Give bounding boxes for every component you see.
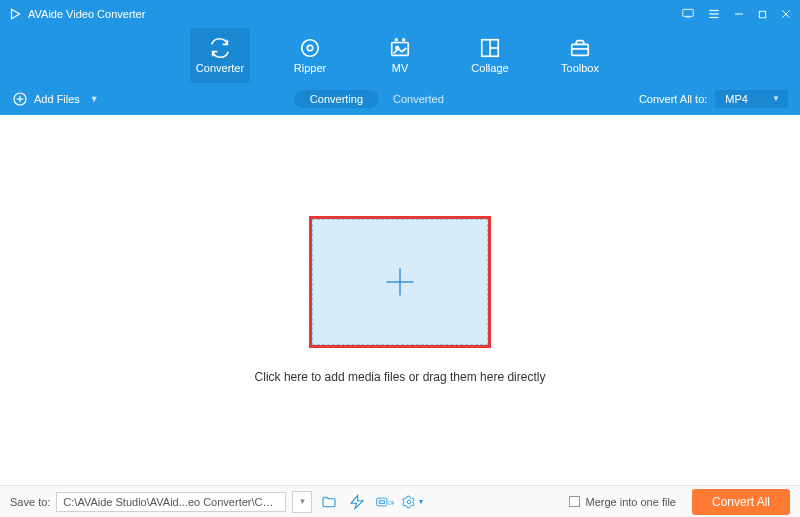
format-select[interactable]: MP4 [715, 90, 788, 108]
maximize-icon[interactable] [757, 7, 768, 21]
sub-toolbar: Add Files ▼ Converting Converted Convert… [0, 83, 800, 115]
mv-icon [389, 38, 411, 58]
convert-all-to-label: Convert All to: [639, 93, 707, 105]
settings-icon[interactable]: ▼ [402, 491, 424, 513]
tab-converting[interactable]: Converting [294, 90, 379, 108]
nav-label: Toolbox [561, 62, 599, 74]
nav-label: MV [392, 62, 409, 74]
merge-checkbox[interactable]: Merge into one file [569, 496, 676, 508]
tab-converted[interactable]: Converted [393, 93, 444, 105]
svg-marker-0 [12, 9, 20, 18]
toolbox-icon [569, 38, 591, 58]
svg-text:OFF: OFF [389, 501, 395, 506]
chevron-down-icon: ▼ [90, 94, 99, 104]
save-to-label: Save to: [10, 496, 50, 508]
svg-rect-27 [380, 500, 385, 503]
footer-bar: Save to: C:\AVAide Studio\AVAid...eo Con… [0, 485, 800, 517]
convert-all-to: Convert All to: MP4 [639, 90, 788, 108]
tab-label: Converting [310, 93, 363, 105]
speed-icon[interactable] [346, 491, 368, 513]
title-bar: AVAide Video Converter [0, 0, 800, 28]
collage-icon [479, 38, 501, 58]
nav-ripper[interactable]: Ripper [280, 28, 340, 83]
tab-label: Converted [393, 93, 444, 105]
format-value: MP4 [725, 93, 748, 105]
app-logo-icon [8, 7, 22, 21]
svg-rect-26 [377, 498, 387, 506]
ripper-icon [299, 38, 321, 58]
menu-icon[interactable] [707, 7, 721, 21]
add-files-label: Add Files [34, 93, 80, 105]
svg-rect-6 [759, 11, 765, 17]
merge-label: Merge into one file [585, 496, 676, 508]
checkbox-icon [569, 496, 580, 507]
close-icon[interactable] [780, 7, 792, 21]
nav-toolbox[interactable]: Toolbox [550, 28, 610, 83]
feedback-icon[interactable] [681, 7, 695, 21]
plus-icon [382, 264, 418, 300]
svg-point-9 [302, 39, 319, 56]
app-title: AVAide Video Converter [28, 8, 681, 20]
gpu-off-icon[interactable]: OFF [374, 491, 396, 513]
svg-marker-25 [351, 495, 363, 508]
nav-collage[interactable]: Collage [460, 28, 520, 83]
drop-instruction: Click here to add media files or drag th… [255, 370, 546, 384]
add-files-button[interactable]: Add Files ▼ [12, 91, 99, 107]
converter-icon [209, 38, 231, 58]
minimize-icon[interactable] [733, 7, 745, 21]
plus-circle-icon [12, 91, 28, 107]
dropzone-highlight [309, 216, 491, 348]
svg-point-29 [408, 500, 412, 504]
convert-all-button[interactable]: Convert All [692, 489, 790, 515]
status-tabs: Converting Converted [294, 90, 444, 108]
nav-label: Ripper [294, 62, 326, 74]
main-nav: Converter Ripper MV Collage Toolbox [0, 28, 800, 83]
save-path-dropdown[interactable]: ▼ [292, 491, 312, 513]
nav-label: Collage [471, 62, 508, 74]
nav-mv[interactable]: MV [370, 28, 430, 83]
nav-converter[interactable]: Converter [190, 28, 250, 83]
open-folder-icon[interactable] [318, 491, 340, 513]
dropzone[interactable] [312, 219, 488, 345]
window-controls [681, 7, 792, 21]
svg-rect-1 [683, 9, 694, 16]
nav-label: Converter [196, 62, 244, 74]
main-area: Click here to add media files or drag th… [0, 115, 800, 485]
button-label: Convert All [712, 495, 770, 509]
svg-point-10 [307, 45, 313, 51]
svg-point-13 [403, 38, 405, 40]
svg-rect-18 [572, 44, 589, 55]
save-path-field[interactable]: C:\AVAide Studio\AVAid...eo Converter\Co… [56, 492, 286, 512]
svg-point-12 [395, 38, 397, 40]
